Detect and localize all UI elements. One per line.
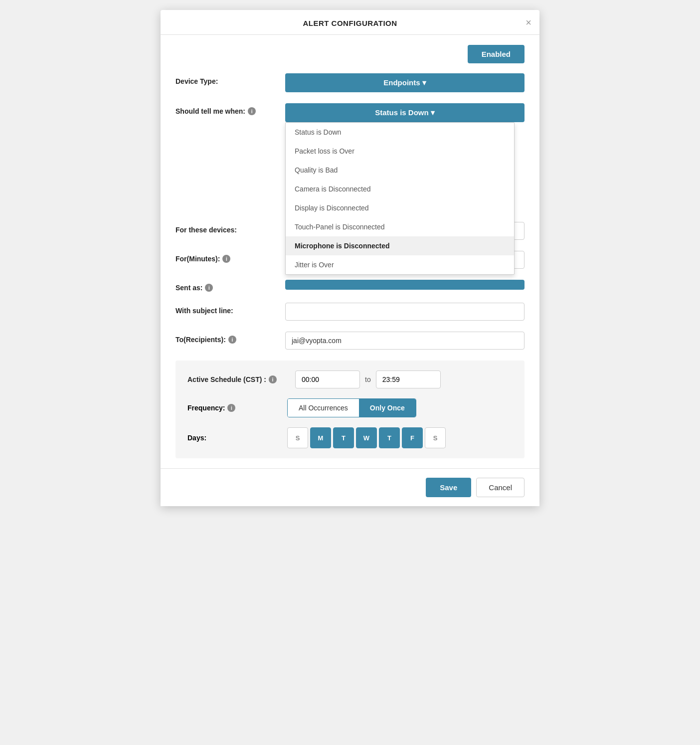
dropdown-item-packet-loss[interactable]: Packet loss is Over xyxy=(286,142,514,161)
day-wednesday[interactable]: W xyxy=(356,427,377,448)
days-buttons: S M T W T F S xyxy=(287,427,446,448)
sent-as-row: Sent as: i xyxy=(175,280,525,292)
schedule-end-input[interactable] xyxy=(376,371,441,388)
day-monday[interactable]: M xyxy=(310,427,331,448)
alert-configuration-modal: ALERT CONFIGURATION × Enabled Device Typ… xyxy=(161,10,539,506)
tell-me-control: Status is Down ▾ Status is Down Packet l… xyxy=(285,103,525,122)
days-label: Days: xyxy=(187,434,287,442)
modal-header: ALERT CONFIGURATION × xyxy=(161,10,539,35)
close-button[interactable]: × xyxy=(525,17,531,27)
device-type-value: Endpoints ▾ xyxy=(383,78,426,87)
modal-title: ALERT CONFIGURATION xyxy=(303,19,397,27)
day-friday[interactable]: F xyxy=(402,427,423,448)
recipients-control xyxy=(285,332,525,350)
devices-label: For these devices: xyxy=(175,222,285,234)
sent-as-control xyxy=(285,280,525,290)
schedule-label: Active Schedule (CST) : i xyxy=(187,375,287,383)
schedule-start-input[interactable] xyxy=(295,371,360,388)
tell-me-info-icon: i xyxy=(248,107,256,115)
minutes-label: For(Minutes): i xyxy=(175,251,285,263)
enabled-button[interactable]: Enabled xyxy=(468,45,525,63)
dropdown-item-camera-disconnected[interactable]: Camera is Disconnected xyxy=(286,180,514,198)
sent-as-label: Sent as: i xyxy=(175,280,285,292)
dropdown-item-quality-bad[interactable]: Quality is Bad xyxy=(286,161,514,180)
dropdown-item-microphone-disconnected[interactable]: Microphone is Disconnected xyxy=(286,236,514,255)
recipients-row: To(Recipients): i xyxy=(175,332,525,350)
day-tuesday[interactable]: T xyxy=(333,427,354,448)
recipients-label: To(Recipients): i xyxy=(175,332,285,344)
subject-label: With subject line: xyxy=(175,303,285,315)
frequency-label: Frequency: i xyxy=(187,404,287,412)
subject-input[interactable] xyxy=(285,303,525,321)
device-type-dropdown[interactable]: Endpoints ▾ xyxy=(285,73,525,92)
tell-me-when-label: Should tell me when: i xyxy=(175,103,285,115)
dropdown-item-touchpanel-disconnected[interactable]: Touch-Panel is Disconnected xyxy=(286,217,514,236)
schedule-info-icon: i xyxy=(269,375,277,383)
subject-control xyxy=(285,303,525,321)
schedule-to-text: to xyxy=(365,375,371,383)
day-sunday-1[interactable]: S xyxy=(287,427,308,448)
dropdown-item-status-down[interactable]: Status is Down xyxy=(286,123,514,142)
device-type-row: Device Type: Endpoints ▾ xyxy=(175,73,525,92)
frequency-info-icon: i xyxy=(227,404,235,412)
schedule-row: Active Schedule (CST) : i to xyxy=(187,371,513,388)
days-row: Days: S M T W T F S xyxy=(187,427,513,448)
cancel-button[interactable]: Cancel xyxy=(476,478,525,497)
recipients-input[interactable] xyxy=(285,332,525,350)
tell-me-when-row: Should tell me when: i Status is Down ▾ … xyxy=(175,103,525,122)
dropdown-item-display-disconnected[interactable]: Display is Disconnected xyxy=(286,198,514,217)
sent-as-dropdown[interactable] xyxy=(285,280,525,290)
dropdown-item-jitter-over[interactable]: Jitter is Over xyxy=(286,255,514,274)
frequency-row: Frequency: i All Occurrences Only Once xyxy=(187,398,513,417)
minutes-info-icon: i xyxy=(222,255,230,263)
save-button[interactable]: Save xyxy=(426,478,471,497)
schedule-inputs: to xyxy=(295,371,441,388)
day-thursday[interactable]: T xyxy=(379,427,400,448)
modal-body: Enabled Device Type: Endpoints ▾ Should … xyxy=(161,35,539,468)
device-type-label: Device Type: xyxy=(175,73,285,85)
recipients-info-icon: i xyxy=(228,336,236,344)
condition-dropdown-menu: Status is Down Packet loss is Over Quali… xyxy=(285,122,515,275)
subject-row: With subject line: xyxy=(175,303,525,321)
day-saturday[interactable]: S xyxy=(425,427,446,448)
tell-me-value: Status is Down ▾ xyxy=(375,108,435,117)
device-type-control: Endpoints ▾ xyxy=(285,73,525,92)
sent-as-info-icon: i xyxy=(205,284,213,292)
only-once-button[interactable]: Only Once xyxy=(359,399,416,417)
active-schedule-section: Active Schedule (CST) : i to Frequency: … xyxy=(175,361,525,458)
all-occurrences-button[interactable]: All Occurrences xyxy=(288,399,359,417)
modal-footer: Save Cancel xyxy=(161,468,539,506)
enabled-row: Enabled xyxy=(175,45,525,63)
frequency-buttons: All Occurrences Only Once xyxy=(287,398,416,417)
tell-me-dropdown[interactable]: Status is Down ▾ xyxy=(285,103,525,122)
